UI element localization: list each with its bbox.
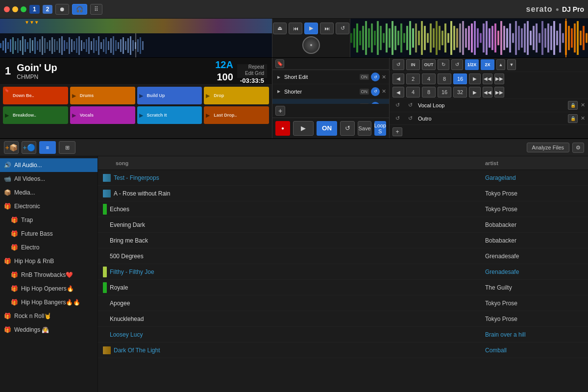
edit-grid-btn[interactable]: Edit Grid [245, 71, 264, 76]
loop-preset-refresh-1[interactable]: ↺ [392, 101, 402, 110]
loop-num-16[interactable]: 16 [453, 74, 467, 84]
sidebar-item-all-videos[interactable]: 📹 All Videos... [0, 172, 98, 186]
edit-close-0[interactable]: ✕ [382, 74, 386, 80]
out-btn[interactable]: OUT [422, 59, 436, 70]
loop-spin-down-btn[interactable]: ▼ [507, 59, 516, 70]
waveform-left[interactable]: ▼▼▼ [0, 19, 272, 57]
record-btn[interactable]: ● [275, 121, 290, 136]
cue-btn-5[interactable]: ▶ Vocals [70, 106, 135, 124]
sidebar-item-electronic[interactable]: 🎁 Electronic [0, 199, 98, 213]
cue-btn-7[interactable]: ▶ Last Drop.. [204, 106, 269, 124]
grid-view-btn-lib[interactable]: ⊞ [59, 141, 75, 154]
cue-btn-1[interactable]: ▶ Drums [70, 87, 135, 104]
double-btn[interactable]: 2X [481, 59, 494, 70]
cue-btn-6[interactable]: ▶ Scratch It [137, 106, 202, 124]
refresh-btn-small[interactable]: ↺ [340, 121, 355, 136]
table-row[interactable]: Dark Of The Light Comball [98, 343, 588, 358]
waveform-right[interactable] [350, 19, 588, 57]
dj-mode-btn[interactable]: 🎧 [72, 4, 87, 15]
table-row[interactable]: Loosey Lucy Brain over a hill [98, 327, 588, 343]
list-view-btn[interactable]: ≡ [39, 141, 56, 154]
sidebar-item-weddings[interactable]: 🎁 Weddings 👰 [0, 323, 98, 337]
sidebar-item-electro[interactable]: 🎁 Electro [0, 241, 98, 254]
outro-lock[interactable]: 🔒 [568, 114, 578, 123]
sidebar-item-trap[interactable]: 🎁 Trap [0, 213, 98, 227]
edit-item-1[interactable]: ▶ Shorter ON ↺ ✕ [272, 84, 389, 99]
loop-preset-refresh-2[interactable]: ↺ [405, 101, 415, 110]
play-btn-big[interactable]: ▶ [293, 121, 314, 136]
sidebar-item-bangers[interactable]: 🎁 Hip Hop Bangers🔥🔥 [0, 295, 98, 309]
vocal-loop-lock[interactable]: 🔒 [568, 101, 578, 110]
minimize-btn[interactable] [12, 6, 18, 12]
table-row[interactable]: Royale The Guilty [98, 280, 588, 295]
loop-outro-refresh-2[interactable]: ↺ [405, 114, 415, 123]
add-playlist-btn[interactable]: +🔵 [22, 141, 36, 154]
edit-refresh-1[interactable]: ↺ [371, 87, 380, 96]
cue-btn-3[interactable]: ▶ Drop [204, 87, 269, 104]
add-edit-btn[interactable]: + [275, 106, 285, 116]
loop-preset-vocal[interactable]: ↺ ↺ Vocal Loop 🔒 ✕ [390, 99, 588, 112]
loop-back-btn[interactable]: ↺ [392, 59, 404, 70]
edit-close-1[interactable]: ✕ [382, 88, 386, 95]
deck-2-btn[interactable]: 2 [43, 5, 53, 14]
table-row[interactable]: Evening Dark Bobabacker [98, 217, 588, 233]
loop-num-32[interactable]: 32 [453, 87, 467, 98]
outro-close[interactable]: ✕ [581, 115, 585, 122]
add-track-btn[interactable]: +📦 [4, 141, 19, 154]
loop-arrow-left-2[interactable]: ◀◀ [483, 87, 492, 98]
waveform-main-left[interactable] [0, 33, 272, 57]
loop-num-2[interactable]: 2 [406, 74, 420, 84]
table-row[interactable]: Apogee Tokyo Prose [98, 295, 588, 311]
cue-btn-4[interactable]: ▶ Breakdow.. [3, 106, 68, 124]
loop-refresh-btn[interactable]: ↺ [451, 59, 463, 70]
loop-nav-right-2[interactable]: ▶ [469, 87, 481, 98]
table-row[interactable]: Bring me Back Bobabacker [98, 233, 588, 248]
loop-num-8-2[interactable]: 8 [422, 87, 436, 98]
loop-preset-outro[interactable]: ↺ ↺ Outro 🔒 ✕ [390, 112, 588, 125]
main-play-btn[interactable]: ▶ [304, 23, 318, 34]
loop-forward-btn[interactable]: ↻ [438, 59, 449, 70]
loop-num-4-2[interactable]: 4 [406, 87, 420, 98]
loop-num-4[interactable]: 4 [422, 74, 436, 84]
sidebar-item-future-bass[interactable]: 🎁 Future Bass [0, 227, 98, 241]
next-btn[interactable]: ⏭ [320, 23, 334, 34]
cue-btn-0[interactable]: 🔖 Down Be.. [3, 87, 68, 104]
vocal-loop-close[interactable]: ✕ [581, 102, 585, 108]
add-loop-btn[interactable]: + [392, 127, 402, 136]
table-row[interactable]: Echoes Tokyo Prose [98, 201, 588, 217]
close-btn[interactable] [4, 6, 10, 12]
repeat-btn[interactable]: Repeat [248, 64, 264, 70]
save-btn[interactable]: Save [358, 121, 371, 136]
loop-outro-refresh-1[interactable]: ↺ [392, 114, 402, 123]
table-row[interactable]: Knucklehead Tokyo Prose [98, 311, 588, 327]
loop-nav-left[interactable]: ◀ [392, 74, 404, 84]
table-row[interactable]: A - Rose without Rain Tokyo Prose [98, 186, 588, 201]
analyze-btn[interactable]: Analyze Files [527, 143, 569, 152]
loop-nav-left-2[interactable]: ◀ [392, 87, 404, 98]
half-btn[interactable]: 1/2X [465, 59, 479, 70]
loop-toggle-btn[interactable]: ↺ [336, 23, 349, 34]
edit-refresh-0[interactable]: ↺ [371, 73, 380, 81]
loop-arrow-right-2[interactable]: ▶▶ [494, 87, 504, 98]
table-row[interactable]: 500 Degrees Grenadesafe [98, 248, 588, 264]
table-row[interactable]: Filthy - Filthy Joe Grenadesafe [98, 264, 588, 280]
edit-play-1[interactable]: ▶ [275, 88, 282, 95]
sidebar-item-media[interactable]: 📦 Media... [0, 186, 98, 199]
on-btn[interactable]: ON [317, 121, 337, 136]
loop-num-8[interactable]: 8 [438, 74, 451, 84]
eject-btn[interactable]: ⏏ [273, 23, 287, 34]
edit-play-0[interactable]: ▶ [275, 74, 282, 80]
cue-btn-2[interactable]: ▶ Build Up [137, 87, 202, 104]
sidebar-item-rnb[interactable]: 🎁 RnB Throwbacks❤️ [0, 268, 98, 282]
edit-item-0[interactable]: ▶ Short Edit ON ↺ ✕ [272, 70, 389, 84]
loop-spin-up-btn[interactable]: ▲ [496, 59, 505, 70]
sidebar-item-hip-hop[interactable]: 🎁 Hip Hop & RnB [0, 254, 98, 268]
sidebar-item-openers[interactable]: 🎁 Hip Hop Openers🔥 [0, 282, 98, 295]
fullscreen-btn[interactable] [21, 6, 26, 12]
sidebar-item-rock[interactable]: 🎁 Rock n Roll🤘 [0, 309, 98, 323]
sidebar-item-all-audio[interactable]: 🔊 All Audio... [0, 158, 98, 172]
loop-nav-right[interactable]: ▶ [469, 74, 481, 84]
loop-num-16-2[interactable]: 16 [438, 87, 451, 98]
record-mode-btn[interactable]: ⏺ [55, 4, 69, 15]
gear-btn[interactable]: ⚙ [572, 143, 584, 153]
